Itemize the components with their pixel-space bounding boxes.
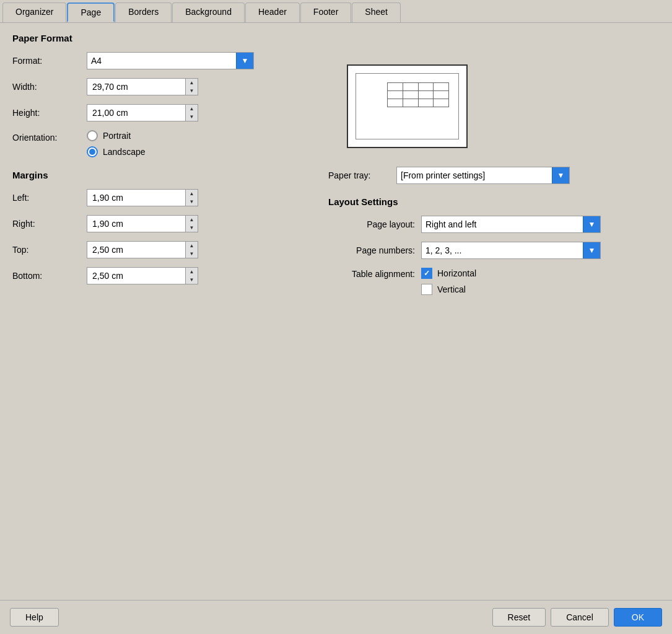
page-preview-table bbox=[387, 82, 449, 107]
table-alignment-options: ✓ Horizontal Vertical bbox=[421, 268, 476, 300]
bottom-margin-row: Bottom: ▲ ▼ bbox=[12, 267, 310, 284]
right-margin-spinner-down[interactable]: ▼ bbox=[186, 224, 198, 232]
top-margin-row: Top: ▲ ▼ bbox=[12, 241, 310, 258]
height-input[interactable] bbox=[87, 104, 186, 121]
bottom-margin-spinner-down[interactable]: ▼ bbox=[186, 276, 198, 284]
paper-tray-dropdown-wrapper: [From printer settings] ▼ bbox=[396, 167, 570, 184]
page-numbers-dropdown-wrapper: 1, 2, 3, ... ▼ bbox=[421, 242, 601, 259]
paper-format-title: Paper Format bbox=[12, 33, 660, 43]
height-label: Height: bbox=[12, 108, 87, 118]
page-numbers-dropdown-arrow[interactable]: ▼ bbox=[583, 242, 600, 258]
height-input-group: ▲ ▼ bbox=[87, 104, 198, 121]
page-layout-label: Page layout: bbox=[328, 219, 415, 229]
help-button[interactable]: Help bbox=[10, 608, 59, 627]
bottom-right-buttons: Reset Cancel OK bbox=[492, 608, 662, 627]
tab-background[interactable]: Background bbox=[172, 2, 245, 22]
format-label: Format: bbox=[12, 56, 87, 66]
portrait-radio[interactable] bbox=[87, 130, 98, 141]
paper-tray-select[interactable]: [From printer settings] bbox=[397, 167, 552, 183]
page-layout-row: Page layout: Right and left ▼ bbox=[328, 216, 660, 233]
landscape-label: Landscape bbox=[103, 147, 146, 157]
right-margin-spinner[interactable]: ▲ ▼ bbox=[186, 215, 198, 232]
page-layout-dropdown-arrow[interactable]: ▼ bbox=[583, 216, 600, 232]
page-layout-dropdown-wrapper: Right and left ▼ bbox=[421, 216, 601, 233]
tab-sheet[interactable]: Sheet bbox=[352, 2, 401, 22]
content-area: Paper Format Format: A4 ▼ Width: bbox=[0, 23, 672, 600]
width-input[interactable] bbox=[87, 78, 186, 95]
margins-section: Margins Left: ▲ ▼ Right: bbox=[12, 170, 310, 284]
layout-settings-title: Layout Settings bbox=[328, 196, 660, 207]
right-margin-row: Right: ▲ ▼ bbox=[12, 215, 310, 232]
landscape-option[interactable]: Landscape bbox=[87, 146, 146, 157]
bottom-margin-label: Bottom: bbox=[12, 271, 87, 281]
paper-tray-row: Paper tray: [From printer settings] ▼ bbox=[328, 167, 660, 184]
left-margin-spinner-down[interactable]: ▼ bbox=[186, 198, 198, 206]
vertical-checkbox-row[interactable]: Vertical bbox=[421, 284, 476, 295]
tab-footer[interactable]: Footer bbox=[300, 2, 351, 22]
left-margin-input[interactable] bbox=[87, 189, 186, 206]
left-margin-label: Left: bbox=[12, 193, 87, 203]
bottom-margin-input[interactable] bbox=[87, 267, 186, 284]
height-row: Height: ▲ ▼ bbox=[12, 104, 310, 121]
width-row: Width: ▲ ▼ bbox=[12, 78, 310, 95]
tab-borders[interactable]: Borders bbox=[115, 2, 172, 22]
width-spinner-up[interactable]: ▲ bbox=[186, 79, 198, 87]
tab-bar: Organizer Page Borders Background Header… bbox=[0, 0, 672, 23]
table-alignment-label: Table alignment: bbox=[328, 268, 415, 279]
ok-button[interactable]: OK bbox=[614, 608, 662, 627]
top-margin-input-group: ▲ ▼ bbox=[87, 241, 198, 258]
horizontal-checkbox-row[interactable]: ✓ Horizontal bbox=[421, 268, 476, 279]
width-spinner[interactable]: ▲ ▼ bbox=[186, 78, 198, 95]
tab-page[interactable]: Page bbox=[67, 2, 115, 22]
height-spinner-up[interactable]: ▲ bbox=[186, 105, 198, 113]
format-dropdown-arrow[interactable]: ▼ bbox=[236, 53, 253, 69]
left-margin-spinner[interactable]: ▲ ▼ bbox=[186, 189, 198, 206]
portrait-option[interactable]: Portrait bbox=[87, 130, 146, 141]
orientation-row: Orientation: Portrait Landscape bbox=[12, 130, 310, 157]
left-margin-row: Left: ▲ ▼ bbox=[12, 189, 310, 206]
horizontal-label: Horizontal bbox=[437, 268, 476, 278]
bottom-margin-spinner[interactable]: ▲ ▼ bbox=[186, 267, 198, 284]
height-spinner-down[interactable]: ▼ bbox=[186, 113, 198, 121]
width-input-group: ▲ ▼ bbox=[87, 78, 198, 95]
landscape-radio-dot bbox=[89, 149, 95, 155]
layout-settings-section: Layout Settings Page layout: Right and l… bbox=[328, 196, 660, 300]
page-layout-select[interactable]: Right and left bbox=[422, 216, 583, 232]
page-preview-inner bbox=[356, 73, 459, 139]
landscape-radio[interactable] bbox=[87, 146, 98, 157]
paper-tray-label: Paper tray: bbox=[328, 170, 390, 180]
orientation-label: Orientation: bbox=[12, 130, 87, 143]
top-margin-spinner-down[interactable]: ▼ bbox=[186, 250, 198, 258]
paper-tray-dropdown-arrow[interactable]: ▼ bbox=[552, 167, 569, 183]
vertical-label: Vertical bbox=[437, 284, 466, 294]
left-column: Format: A4 ▼ Width: ▲ ▼ bbox=[12, 52, 310, 309]
bottom-bar: Help Reset Cancel OK bbox=[0, 600, 672, 634]
right-margin-input[interactable] bbox=[87, 215, 186, 232]
page-numbers-select[interactable]: 1, 2, 3, ... bbox=[422, 242, 583, 258]
height-spinner[interactable]: ▲ ▼ bbox=[186, 104, 198, 121]
top-margin-label: Top: bbox=[12, 245, 87, 255]
table-alignment-row: Table alignment: ✓ Horizontal Vertical bbox=[328, 268, 660, 300]
horizontal-checkbox[interactable]: ✓ bbox=[421, 268, 432, 279]
top-margin-spinner[interactable]: ▲ ▼ bbox=[186, 241, 198, 258]
reset-button[interactable]: Reset bbox=[492, 608, 546, 627]
format-select[interactable]: A4 bbox=[87, 53, 236, 69]
bottom-margin-spinner-up[interactable]: ▲ bbox=[186, 268, 198, 276]
portrait-label: Portrait bbox=[103, 131, 131, 141]
tab-organizer[interactable]: Organizer bbox=[2, 2, 66, 22]
width-label: Width: bbox=[12, 82, 87, 92]
right-margin-spinner-up[interactable]: ▲ bbox=[186, 216, 198, 224]
horizontal-checkmark: ✓ bbox=[424, 269, 430, 278]
cancel-button[interactable]: Cancel bbox=[551, 608, 609, 627]
top-margin-spinner-up[interactable]: ▲ bbox=[186, 242, 198, 250]
page-preview bbox=[347, 64, 468, 148]
page-preview-area bbox=[328, 58, 660, 148]
margins-title: Margins bbox=[12, 170, 310, 180]
tab-header[interactable]: Header bbox=[245, 2, 300, 22]
format-select-wrapper: A4 ▼ bbox=[87, 52, 254, 69]
left-margin-spinner-up[interactable]: ▲ bbox=[186, 190, 198, 198]
width-spinner-down[interactable]: ▼ bbox=[186, 87, 198, 95]
vertical-checkbox[interactable] bbox=[421, 284, 432, 295]
top-margin-input[interactable] bbox=[87, 241, 186, 258]
bottom-margin-input-group: ▲ ▼ bbox=[87, 267, 198, 284]
